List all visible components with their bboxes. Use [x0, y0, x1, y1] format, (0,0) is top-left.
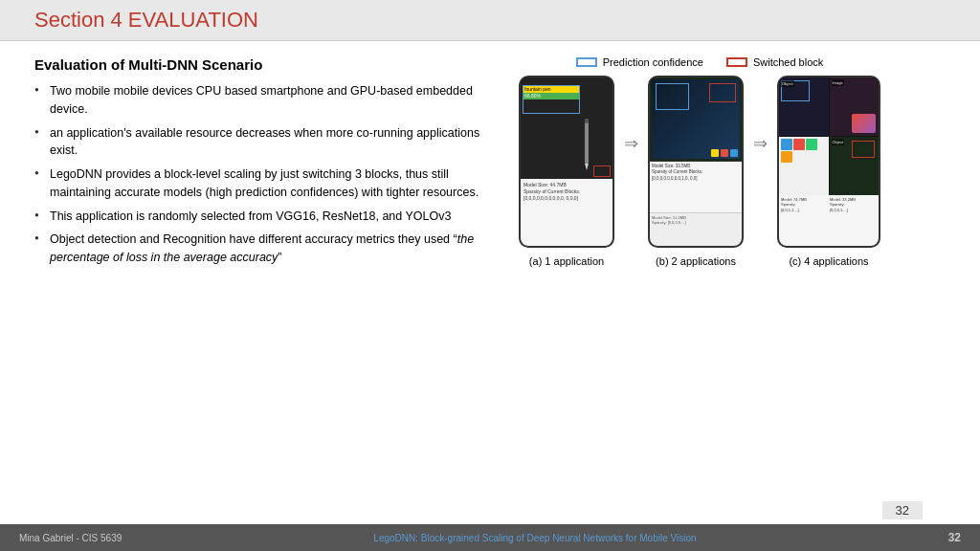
legend-red-box: [726, 57, 747, 67]
phones-container: fountain pen 66.80%: [519, 76, 880, 267]
arrow-1: ⇒: [622, 133, 640, 154]
section-title: Evaluation of Multi-DNN Scenario: [34, 56, 494, 73]
object-label: fountain pen: [523, 86, 579, 93]
slide-header: Section 4 EVALUATION: [0, 0, 980, 41]
bullet-list: Two mobile mobile devices CPU based smar…: [34, 82, 494, 267]
pen-image: [580, 119, 593, 171]
phone-3: Object Image: [777, 76, 880, 248]
phone-group-1: fountain pen 66.80%: [519, 76, 614, 267]
phone-3-grid: Object Image: [779, 77, 879, 195]
phone-2-screen: Model Size: 33.5MB Sparsity of Current B…: [650, 77, 742, 246]
legend-switched: Switched block: [726, 56, 823, 68]
phone-2-info2: Model Size: 51.2MBSparsity: [0,0,0,0,...…: [650, 212, 742, 246]
legend-confidence: Prediction confidence: [576, 56, 703, 68]
phone-2: Model Size: 33.5MB Sparsity of Current B…: [648, 76, 744, 248]
page-number: 32: [882, 501, 923, 519]
phone-1-top: fountain pen 66.80%: [521, 77, 612, 179]
list-item: LegoDNN provides a block-level scaling b…: [34, 165, 494, 202]
bounding-box-red: [593, 165, 611, 177]
list-item: Object detection and Recognition have di…: [34, 231, 494, 267]
footer-page: 32: [948, 531, 961, 544]
phone-group-2: Model Size: 33.5MB Sparsity of Current B…: [648, 76, 744, 267]
grid-cell-2: Image: [830, 77, 880, 136]
confidence-val: 66.80%: [523, 93, 579, 99]
slide-content: Evaluation of Multi-DNN Scenario Two mob…: [0, 41, 980, 524]
phone-1-caption: (a) 1 application: [529, 255, 604, 267]
list-item: Two mobile mobile devices CPU based smar…: [34, 82, 494, 119]
legend: Prediction confidence Switched block: [576, 56, 824, 68]
slide-title: Section 4 EVALUATION: [34, 8, 258, 32]
phone-2-app1: [650, 77, 742, 162]
grid-cell-1: Object: [779, 77, 829, 136]
footer-left: Mina Gabriel - CIS 5639: [19, 533, 122, 543]
footer: Mina Gabriel - CIS 5639 LegoDNN: Block-g…: [0, 524, 980, 551]
phone-2-info: Model Size: 33.5MB Sparsity of Current B…: [650, 162, 742, 212]
phone-3-screen: Object Image: [779, 77, 879, 246]
slide: Section 4 EVALUATION Evaluation of Multi…: [0, 0, 980, 551]
right-column: Prediction confidence Switched block: [513, 56, 886, 517]
phone-1-screen: fountain pen 66.80%: [521, 77, 612, 246]
left-column: Evaluation of Multi-DNN Scenario Two mob…: [34, 56, 494, 517]
footer-center: LegoDNN: Block-grained Scaling of Deep N…: [141, 533, 928, 543]
detection-box-blue: [656, 83, 689, 110]
phone-3-info: Model: 74.7MBSparsity:[0,0,1,1,...] Mode…: [779, 195, 879, 246]
phone-group-3: Object Image: [777, 76, 880, 267]
arrow-2: ⇒: [751, 133, 769, 154]
legend-switched-label: Switched block: [753, 56, 823, 68]
list-item: This application is randomly selected fr…: [34, 208, 494, 226]
svg-rect-0: [585, 121, 589, 164]
bounding-box-blue: fountain pen 66.80%: [523, 85, 580, 114]
grid-cell-4: Object: [830, 137, 880, 195]
svg-rect-2: [585, 119, 589, 123]
phone-1-image: fountain pen 66.80%: [521, 77, 612, 246]
phone-3-caption: (c) 4 applications: [789, 255, 868, 267]
phone-1-info: Model Size: 44.7MB Sparsity of Current B…: [521, 179, 612, 246]
grid-cell-3: [779, 137, 829, 195]
model-info-2: Model Size: 33.5MB Sparsity of Current B…: [652, 164, 740, 182]
legend-blue-box: [576, 57, 597, 67]
phone-1: fountain pen 66.80%: [519, 76, 614, 248]
phone-2-caption: (b) 2 applications: [656, 255, 736, 267]
model-info-1: Model Size: 44.7MB Sparsity of Current B…: [523, 182, 610, 202]
list-item: an application's available resource decr…: [34, 124, 494, 161]
legend-confidence-label: Prediction confidence: [603, 56, 703, 68]
svg-marker-1: [585, 164, 589, 170]
detection-box-red: [709, 83, 736, 102]
